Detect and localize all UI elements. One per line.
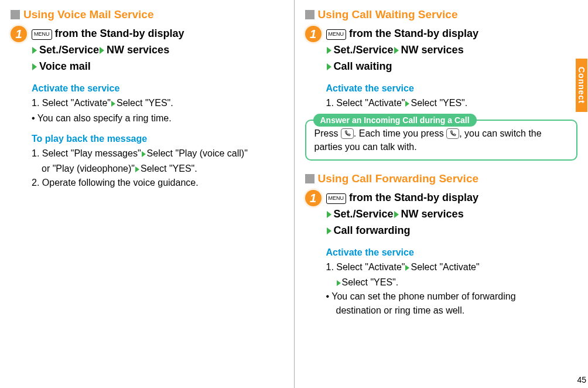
arrow-icon xyxy=(142,151,146,157)
fwd-activate-subsection: Activate the service 1. Select "Activate… xyxy=(326,247,578,318)
arrow-icon xyxy=(405,265,409,271)
section-title-text: Using Voice Mail Service xyxy=(23,8,153,21)
activate-note-b: destination or ring time as well. xyxy=(326,304,578,318)
step-number-badge: 1 xyxy=(11,26,27,42)
activate-line-2: Select "YES". xyxy=(326,275,578,290)
play-line-1: 1. Select "Play messages"Select "Play (v… xyxy=(32,147,283,161)
activate-note-a: • You can set the phone number of forwar… xyxy=(326,290,578,304)
text: 1. Select "Activate" xyxy=(32,98,111,108)
arrow-icon xyxy=(394,47,399,54)
step-line3: Voice mail xyxy=(39,60,91,72)
square-icon xyxy=(305,10,314,19)
wait-step-body: MENU from the Stand-by display Set./Serv… xyxy=(326,26,578,75)
text: Press xyxy=(314,128,341,138)
arrow-icon xyxy=(100,47,104,54)
arrow-icon xyxy=(327,47,331,54)
text: 1. Select "Activate" xyxy=(326,98,405,108)
fwd-step-body: MENU from the Stand-by display Set./Serv… xyxy=(326,190,578,239)
step-line2b: NW services xyxy=(401,208,464,220)
step-line1: from the Stand-by display xyxy=(52,28,184,39)
step-line2a: Set./Service xyxy=(334,44,394,56)
side-tab-label: Connect xyxy=(576,59,587,112)
arrow-icon xyxy=(111,101,115,107)
step-line2a: Set./Service xyxy=(39,44,99,56)
step-line1: from the Stand-by display xyxy=(346,28,478,39)
voice-activate-subsection: Activate the service 1. Select "Activate… xyxy=(32,83,283,125)
step-number-badge: 1 xyxy=(305,26,322,42)
arrow-icon xyxy=(327,63,331,70)
activate-head: Activate the service xyxy=(32,83,283,94)
section-call-forwarding-title: Using Call Forwarding Service xyxy=(305,172,578,185)
text: Select "YES". xyxy=(117,98,173,108)
text: Select "YES". xyxy=(342,277,399,287)
voice-playback-subsection: To play back the message 1. Select "Play… xyxy=(32,134,283,190)
play-line-1b: or "Play (videophone)"Select "YES". xyxy=(32,162,283,176)
section-title-text: Using Call Waiting Service xyxy=(318,8,458,21)
section-call-waiting-title: Using Call Waiting Service xyxy=(305,8,578,21)
text: or "Play (videophone)" xyxy=(42,164,135,173)
step-line3: Call forwarding xyxy=(334,224,411,236)
section-title-text: Using Call Forwarding Service xyxy=(318,172,479,185)
answer-incoming-callout: Answer an Incoming Call during a Call Pr… xyxy=(305,120,578,161)
callout-label: Answer an Incoming Call during a Call xyxy=(313,114,477,127)
step-line3: Call waiting xyxy=(334,60,392,72)
square-icon xyxy=(11,10,20,19)
arrow-icon xyxy=(394,211,399,218)
callout-text: Press . Each time you press , you can sw… xyxy=(314,127,569,154)
call-key-icon xyxy=(341,128,354,139)
activate-note: • You can also specify a ring time. xyxy=(32,111,283,125)
wait-activate-subsection: Activate the service 1. Select "Activate… xyxy=(326,83,578,110)
side-tab-rail: Connect xyxy=(575,0,588,388)
step-line2b: NW services xyxy=(107,44,169,56)
arrow-icon xyxy=(327,227,331,234)
voice-step-body: MENU from the Stand-by display Set./Serv… xyxy=(32,26,283,75)
arrow-icon xyxy=(327,211,331,218)
text: Select "YES". xyxy=(411,98,467,108)
arrow-icon xyxy=(337,280,341,286)
call-key-icon xyxy=(446,128,459,139)
fwd-step-1: 1 MENU from the Stand-by display Set./Se… xyxy=(305,190,578,239)
play-line-2: 2. Operate following the voice guidance. xyxy=(32,176,283,190)
step-line2b: NW services xyxy=(401,44,464,56)
menu-key-icon: MENU xyxy=(32,29,52,40)
step-line2a: Set./Service xyxy=(334,208,394,220)
text: Select "Play (voice call)" xyxy=(147,148,248,158)
activate-head: Activate the service xyxy=(326,247,578,258)
page-number: 45 xyxy=(577,375,586,384)
activate-line: 1. Select "Activate"Select "YES". xyxy=(32,96,283,110)
step-line1: from the Stand-by display xyxy=(346,192,478,203)
section-voice-mail-title: Using Voice Mail Service xyxy=(11,8,283,21)
square-icon xyxy=(305,174,314,183)
text: Select "YES". xyxy=(141,164,197,173)
step-number-badge: 1 xyxy=(305,190,322,206)
menu-key-icon: MENU xyxy=(326,193,347,204)
playback-head: To play back the message xyxy=(32,134,283,144)
voice-step-1: 1 MENU from the Stand-by display Set./Se… xyxy=(11,26,283,75)
activate-line-1: 1. Select "Activate"Select "Activate" xyxy=(326,260,578,274)
wait-step-1: 1 MENU from the Stand-by display Set./Se… xyxy=(305,26,578,75)
menu-key-icon: MENU xyxy=(326,29,347,40)
text: 1. Select "Play messages" xyxy=(32,148,141,158)
text: 1. Select "Activate" xyxy=(326,262,405,272)
activate-head: Activate the service xyxy=(326,83,578,94)
arrow-icon xyxy=(32,63,37,70)
arrow-icon xyxy=(405,101,409,107)
arrow-icon xyxy=(135,166,139,172)
activate-line: 1. Select "Activate"Select "YES". xyxy=(326,96,578,110)
text: . Each time you press xyxy=(354,128,446,138)
arrow-icon xyxy=(32,47,37,54)
text: Select "Activate" xyxy=(411,262,479,272)
